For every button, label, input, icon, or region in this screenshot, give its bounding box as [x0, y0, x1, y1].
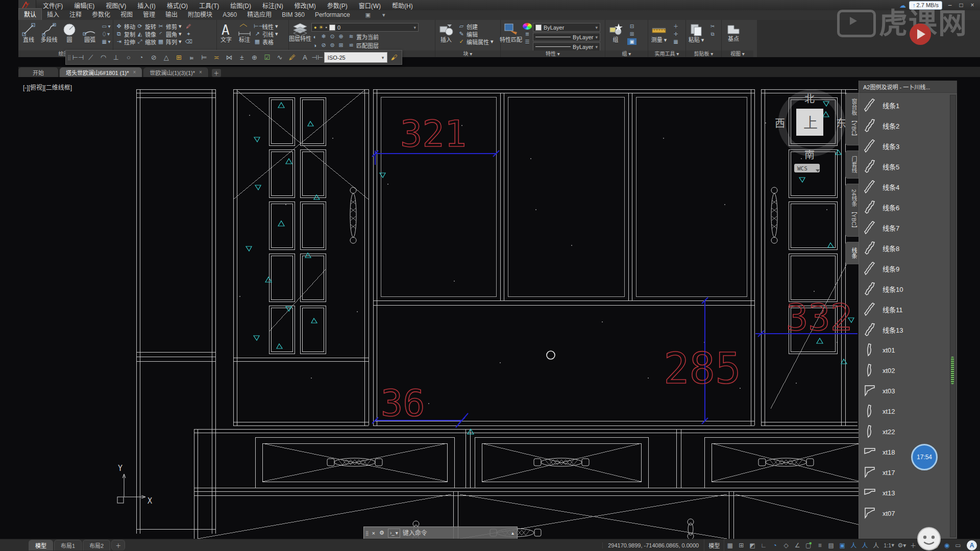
annotation-scale-value[interactable]: 1:1 ▾ [881, 539, 896, 551]
toolbar-grip[interactable]: ⣿ [67, 55, 70, 60]
table-button[interactable]: ▦表格 [254, 38, 278, 45]
paste-button[interactable]: 粘贴 ▾ [686, 21, 706, 43]
trim-button[interactable]: ✂修剪 ▾ [157, 22, 182, 30]
file-tab-drawing2[interactable]: 世欧澜山(1)(3)(1)*× [143, 67, 208, 77]
command-input[interactable] [402, 529, 508, 537]
insert-block-button[interactable]: 插入 [435, 21, 457, 43]
hardware-acceleration-icon[interactable]: ◉ [941, 539, 952, 551]
palette-item[interactable]: xt17 [863, 462, 957, 483]
rotate-button[interactable]: ⟳旋转 [136, 22, 156, 30]
viewport-controls[interactable]: [-][俯视][二维线框] [23, 83, 72, 91]
palette-item[interactable]: 线条8 [863, 238, 957, 258]
ungroup-icon[interactable]: ⊟ [627, 23, 636, 30]
ribbon-tab-performance[interactable]: Performance [310, 10, 355, 20]
clean-screen-icon[interactable]: ▭ [952, 539, 964, 551]
palette-item[interactable]: 线条7 [863, 217, 957, 238]
palette-tab-windowsill[interactable]: 窗台板 【YBC】 [845, 93, 859, 145]
panel-label-utilities[interactable]: 实用工具 ▾ [648, 51, 685, 57]
dim-style-select[interactable]: ISO-25▾ [324, 52, 387, 63]
palette-item[interactable]: 线条5 [863, 156, 957, 177]
mirror-button[interactable]: ◭镜像 [136, 30, 156, 38]
panel-label-group[interactable]: 组 ▾ [605, 51, 648, 57]
palette-item[interactable]: 线条9 [863, 258, 957, 279]
panel-label-clipboard[interactable]: 剪贴板 ▾ [686, 51, 721, 57]
move-button[interactable]: ✥移动 [115, 22, 135, 30]
circle-button[interactable]: 圆 [59, 21, 80, 43]
dimension-button[interactable]: 标注 [235, 21, 254, 43]
dim-center-icon[interactable]: ⊕ [249, 52, 261, 63]
arc-button[interactable]: 圆弧 [80, 21, 100, 43]
ribbon-tab-a360[interactable]: A360 [217, 10, 242, 20]
command-expand-icon[interactable]: ▴ [508, 530, 517, 536]
workspace-gear-icon[interactable]: ⚙ ▾ [896, 539, 908, 551]
rectangle-icon[interactable]: ▭ ▾ [102, 23, 111, 30]
dim-arc-icon[interactable]: ◠ [97, 52, 110, 63]
ribbon-tab-manage[interactable]: 管理 [138, 9, 160, 20]
lineweight-select[interactable]: ByLayer▾ [533, 33, 600, 41]
object-snap-tracking-icon[interactable]: ∠ [792, 539, 803, 551]
dim-radius-icon[interactable]: ○ [122, 52, 135, 63]
transparency-icon[interactable]: ▤ [825, 539, 837, 551]
palette-item[interactable]: 线条1 [863, 95, 957, 115]
infer-constraints-icon[interactable]: ◩ [747, 539, 758, 551]
grid-icon[interactable]: ▦ [724, 539, 736, 551]
match-properties-button[interactable]: 特性匹配 [501, 21, 521, 43]
palette-item[interactable]: 线条2 [863, 115, 957, 136]
command-prompt-icon[interactable]: ›_▾ [388, 529, 400, 538]
create-block-button[interactable]: ▱创建 [458, 22, 494, 30]
object-snap-icon[interactable]: ▢■ [803, 539, 814, 551]
mascot-face-icon[interactable] [916, 527, 942, 551]
match-layer-button[interactable]: ≌匹配图层 [348, 41, 379, 49]
palette-item[interactable]: xt01 [863, 340, 957, 360]
dim-angular-icon[interactable]: △ [160, 52, 173, 63]
leader-button[interactable]: ↗引线 ▾ [254, 30, 278, 38]
point-style-icon[interactable]: ✛ [671, 31, 680, 37]
erase-icon[interactable]: ⌫ [184, 38, 193, 45]
palette-item[interactable]: 线条3 [863, 136, 957, 156]
palette-scrollbar[interactable] [950, 95, 956, 537]
new-drawing-tab-button[interactable]: ＋ [212, 69, 221, 77]
menu-parametric[interactable]: 参数(P) [323, 0, 352, 11]
text-button[interactable]: A 文字 [217, 21, 235, 43]
dimension-toolbar[interactable]: ⣿ ⊢⊣ ⟋ ◠ ⊥ ○ ◔ ⊘ △ ⊞ ⫢ ⊨ ≍ ⋈ ± ⊕ ☑ ∿ 🖉 A… [65, 50, 402, 65]
record-icon[interactable]: ▣ ▾ [355, 11, 396, 20]
dim-jogged-icon[interactable]: ◔ [135, 52, 148, 63]
restore-button[interactable]: □ [957, 2, 966, 9]
linetype-select[interactable]: ByLayer▾ [533, 42, 600, 51]
copy-button[interactable]: ⧉复制 [115, 30, 135, 38]
selection-cycling-icon[interactable]: ▣ [837, 539, 848, 551]
palette-item[interactable]: xt22 [863, 421, 957, 442]
draw-extra-tools[interactable]: ▭ ▾ ⬯ ▾ ▦ ▾ [102, 23, 111, 45]
quick-select-icon[interactable]: ＋ [671, 23, 680, 30]
ribbon-tab-bim360[interactable]: BIM 360 [277, 10, 310, 20]
layout-tab-layout2[interactable]: 布局2 [83, 540, 110, 550]
measure-button[interactable]: 测量 ▾ [648, 21, 670, 43]
palette-item[interactable]: xt12 [863, 401, 957, 421]
command-wrench-icon[interactable]: ⚙ [377, 530, 386, 536]
drawing-canvas[interactable]: [-][俯视][二维线框] [0, 77, 980, 539]
layout-tab-model[interactable]: 模型 [29, 540, 53, 550]
ribbon-tab-annotate[interactable]: 注释 [64, 9, 87, 20]
explode-icon[interactable]: ✦ [184, 31, 193, 37]
ribbon-tab-addins[interactable]: 附加模块 [183, 9, 217, 20]
ellipse-icon[interactable]: ⬯ ▾ [102, 31, 111, 37]
dim-edit-icon[interactable]: 🖉 [286, 52, 299, 63]
palette-item[interactable]: xt03 [863, 381, 957, 401]
viewcube[interactable]: 上 北 南 西 东 WCS [775, 93, 846, 172]
linear-dim-button[interactable]: ⊢⊣线性 ▾ [254, 22, 278, 30]
ortho-icon[interactable]: ∟ [758, 539, 769, 551]
palette-title[interactable]: A2图例及说明 - 一卜川线... [859, 81, 957, 93]
palette-scroll-thumb[interactable] [951, 357, 954, 384]
stretch-button[interactable]: ⇥拉伸 [115, 38, 135, 45]
menu-modify[interactable]: 修改(M) [290, 0, 321, 11]
palette-item[interactable]: 线条4 [863, 177, 957, 197]
dim-tolerance-icon[interactable]: ± [236, 52, 248, 63]
palette-item[interactable]: 线条13 [863, 319, 957, 340]
dim-update-icon[interactable]: ⊣⊢ [311, 52, 324, 63]
palette-item[interactable]: xt07 [863, 503, 957, 523]
palette-tab-doortrim[interactable]: 门套线 [845, 151, 859, 179]
group-select-icon[interactable]: ▣ [627, 38, 636, 45]
dim-ordinate-icon[interactable]: ⊥ [110, 52, 122, 63]
polar-tracking-icon[interactable]: ◔ [769, 539, 780, 551]
dim-style-edit-icon[interactable]: 🖌 [388, 52, 400, 63]
